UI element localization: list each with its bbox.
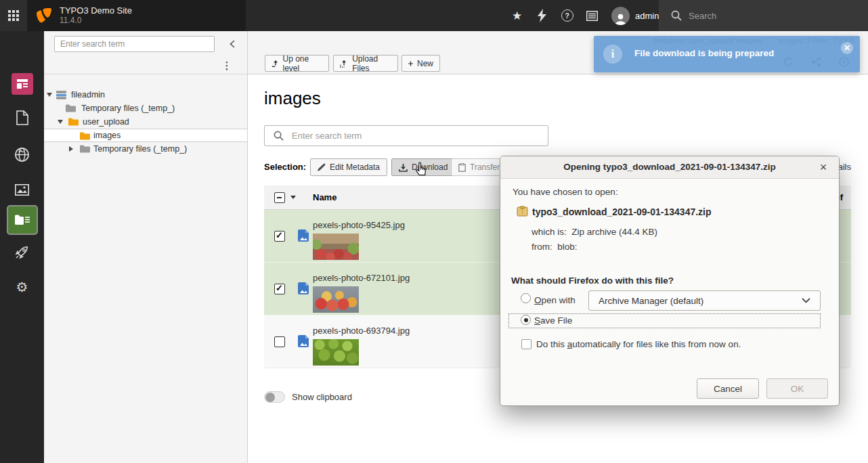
upload-icon	[340, 59, 348, 68]
level-up-icon	[272, 59, 279, 68]
do-automatically-checkbox[interactable]	[521, 339, 531, 349]
image-file-icon	[298, 335, 309, 349]
tree-item-temp-user-upload[interactable]: Temporary files (_temp_)	[44, 142, 247, 156]
auto-rest: utomatically for files like this from no…	[572, 339, 741, 349]
thumbnail[interactable]	[313, 339, 359, 366]
toggle-knob	[265, 393, 275, 402]
folder-orange-icon	[68, 117, 79, 126]
star-icon: ★	[512, 9, 522, 23]
edit-metadata-label: Edit Metadata	[330, 162, 380, 172]
from-value: blob:	[557, 242, 577, 252]
auto-pre: Do this	[536, 339, 567, 349]
tree-search-input[interactable]	[54, 36, 215, 52]
collapse-caret-icon[interactable]	[47, 93, 52, 97]
clear-cache-button[interactable]	[529, 0, 555, 31]
save-file-accesskey: S	[534, 315, 540, 326]
from-line: from: blob:	[531, 242, 578, 252]
module-layout[interactable]	[0, 70, 44, 97]
expand-caret-icon[interactable]	[69, 146, 73, 152]
dialog-title: Opening typo3_download_2021-09-01-134347…	[500, 162, 839, 172]
dialog-close-icon[interactable]: ×	[816, 160, 831, 175]
collapse-caret-icon[interactable]	[58, 120, 63, 124]
module-filelist[interactable]	[0, 204, 44, 236]
cancel-button[interactable]: Cancel	[697, 378, 759, 399]
tree-item-label[interactable]: user_upload	[83, 117, 129, 127]
pencil-icon	[318, 163, 326, 171]
new-button[interactable]: New	[402, 55, 440, 72]
row-checkbox[interactable]	[274, 284, 285, 294]
edit-metadata-button[interactable]: Edit Metadata	[310, 158, 387, 176]
upload-files-label: Upload Files	[352, 54, 391, 73]
topbar: TYPO3 Demo Site 11.4.0 ★ ? admin	[0, 0, 868, 31]
filelist-search-input[interactable]	[292, 126, 548, 146]
up-one-level-button[interactable]: Up one level	[265, 55, 329, 72]
tree-options-menu-button[interactable]: ⋮	[219, 58, 235, 73]
selection-dropdown-caret-icon[interactable]	[290, 196, 296, 199]
page-title: images	[264, 88, 321, 109]
select-all-checkbox[interactable]	[274, 192, 285, 203]
dialog-titlebar[interactable]: Opening typo3_download_2021-09-01-134347…	[500, 156, 839, 179]
clipboard-icon	[458, 163, 466, 172]
open-with-accesskey: O	[534, 295, 542, 305]
brand[interactable]: TYPO3 Demo Site 11.4.0	[27, 0, 246, 31]
upload-files-button[interactable]: Upload Files	[333, 55, 398, 72]
do-automatically-label[interactable]: Do this automatically for files like thi…	[536, 339, 741, 349]
zip-file-icon	[517, 206, 528, 217]
module-view[interactable]	[0, 142, 44, 167]
module-boost[interactable]	[0, 240, 44, 264]
open-with-radio[interactable]	[521, 293, 531, 303]
image-file-icon	[298, 282, 309, 296]
storage-icon	[56, 90, 67, 100]
filename[interactable]: pexels-photo-672101.jpg	[313, 273, 410, 283]
name-column-header[interactable]: Name	[313, 192, 337, 202]
typo3-version: 11.4.0	[60, 16, 132, 26]
collapse-tree-button[interactable]	[224, 36, 240, 52]
save-file-label[interactable]: Save File	[534, 315, 572, 326]
which-is-line: which is: Zip archive (44.4 KB)	[531, 227, 657, 237]
bolt-icon	[538, 9, 546, 22]
tree-item-label[interactable]: fileadmin	[71, 90, 105, 100]
filename[interactable]: pexels-photo-95425.jpg	[313, 220, 405, 230]
clipboard-toggle-row: Show clipboard	[264, 391, 352, 403]
dialog-question: What should Firefox do with this file?	[511, 275, 674, 286]
tree-item-images-selected[interactable]: images	[44, 129, 247, 142]
row-checkbox[interactable]	[274, 231, 285, 242]
bookmarks-button[interactable]: ★	[504, 0, 529, 31]
tree-item-label[interactable]: Temporary files (_temp_)	[81, 104, 175, 113]
save-file-radio[interactable]	[521, 315, 531, 325]
toast-close-icon[interactable]: ✕	[841, 42, 853, 54]
show-clipboard-label: Show clipboard	[292, 392, 352, 402]
selection-label: Selection:	[264, 162, 306, 172]
show-clipboard-toggle[interactable]	[264, 391, 285, 403]
folder-gray-icon	[79, 144, 91, 153]
global-search-input[interactable]	[689, 11, 838, 21]
ok-button[interactable]: OK	[766, 378, 828, 399]
module-sidebar: ⚙	[0, 31, 44, 463]
module-menu-toggle-button[interactable]	[0, 0, 27, 31]
tree-item-label[interactable]: Temporary files (_temp_)	[93, 144, 187, 154]
thumbnail[interactable]	[313, 234, 359, 260]
help-button[interactable]: ?	[555, 0, 580, 31]
row-checkbox[interactable]	[274, 336, 285, 347]
system-log-button[interactable]	[580, 0, 605, 31]
layout-module-icon	[12, 73, 33, 95]
filename[interactable]: pexels-photo-693794.jpg	[313, 326, 410, 336]
tree-item-user-upload[interactable]: user_upload	[44, 115, 247, 129]
open-with-label[interactable]: Open with	[534, 295, 576, 305]
open-with-select[interactable]: Archive Manager (default)	[588, 290, 821, 311]
module-settings[interactable]: ⚙	[0, 275, 44, 299]
module-page[interactable]	[0, 106, 44, 130]
username-label: admin	[635, 11, 659, 21]
tree-item-label[interactable]: images	[93, 131, 121, 140]
ok-label: OK	[791, 384, 804, 394]
global-search	[659, 0, 868, 31]
up-one-level-label: Up one level	[283, 54, 322, 73]
page-icon	[16, 110, 28, 125]
download-button[interactable]: Download	[391, 158, 455, 176]
user-menu[interactable]: admin	[605, 0, 666, 31]
tree-item-temp-fileadmin[interactable]: Temporary files (_temp_)	[44, 102, 247, 115]
gear-icon: ⚙	[16, 279, 28, 295]
tree-item-fileadmin[interactable]: fileadmin	[44, 88, 247, 102]
thumbnail[interactable]	[313, 286, 359, 313]
module-media[interactable]	[0, 179, 44, 200]
